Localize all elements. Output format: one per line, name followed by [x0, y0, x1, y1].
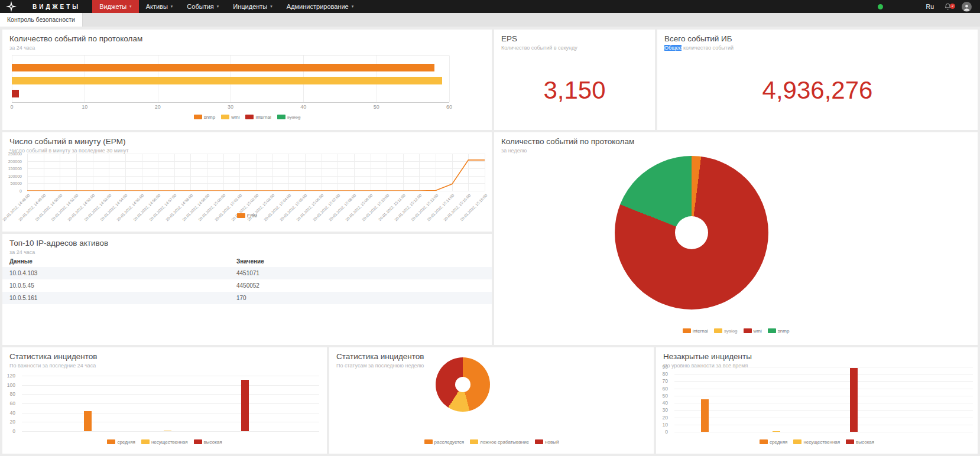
- bar-средняя[interactable]: [84, 411, 92, 431]
- donut-hole: [455, 377, 470, 392]
- plot-area: [22, 376, 319, 432]
- nav-item-label: Администрирование: [287, 3, 349, 10]
- chart-legend: internalsyslogwmisnmp: [494, 328, 978, 334]
- plot-area: [27, 154, 485, 191]
- tab-security-control[interactable]: Контроль безопасности: [0, 13, 83, 27]
- x-axis-labels: 0102030405060: [12, 104, 449, 111]
- widget-subtitle: Количество событий в секунду: [501, 45, 577, 51]
- language-switcher[interactable]: Ru: [926, 3, 934, 10]
- nav-item-administration[interactable]: Администрирование ▾: [280, 0, 361, 13]
- chevron-down-icon: ▾: [270, 4, 272, 9]
- bar-несущественная[interactable]: [773, 431, 780, 432]
- widget-incidents-status: Статистика инцидентов По статусам за пос…: [329, 347, 654, 454]
- widget-events-by-protocol-24h: Количество событий по протоколам за 24 ч…: [2, 30, 492, 130]
- nav-item-label: Виджеты: [99, 3, 126, 10]
- widget-title: EPS: [501, 34, 517, 43]
- y-axis-labels: 0102030405060708090: [656, 367, 671, 432]
- legend-item-ложное срабатывание[interactable]: ложное срабатывание: [470, 439, 529, 445]
- plot-area: [12, 55, 449, 103]
- legend-item-snmp[interactable]: snmp: [768, 328, 790, 334]
- bar-высокая[interactable]: [241, 380, 249, 431]
- plot-area: [674, 367, 973, 432]
- notifications-bell-icon[interactable]: 2: [944, 3, 952, 11]
- table-row[interactable]: 10.0.5.161170: [2, 292, 492, 304]
- app-logo-icon[interactable]: [5, 1, 17, 12]
- legend-item-средняя[interactable]: средняя: [760, 439, 787, 445]
- bar-internal[interactable]: [12, 90, 19, 97]
- main-nav: Виджеты ▾ Активы ▾ События ▾ Инциденты ▾…: [92, 0, 361, 13]
- nav-item-events[interactable]: События ▾: [180, 0, 226, 13]
- chevron-down-icon: ▾: [171, 4, 173, 9]
- nav-item-assets[interactable]: Активы ▾: [139, 0, 180, 13]
- widget-subtitle: По важности за последние 24 часа: [9, 363, 96, 369]
- eps-value: 3,150: [494, 76, 655, 105]
- x-axis-labels: 20.01.2022, 14:48:0020.01.2022, 14:49:00…: [27, 192, 485, 216]
- legend-item-internal[interactable]: internal: [683, 328, 708, 334]
- legend-item-wmi[interactable]: wmi: [221, 115, 239, 120]
- chart-legend: snmpwmiinternalsyslog: [2, 114, 492, 120]
- protocols-week-pie-chart: internalsyslogwmisnmp: [494, 132, 978, 345]
- chevron-down-icon: ▾: [352, 4, 354, 9]
- legend-item-расследуется[interactable]: расследуется: [424, 439, 465, 445]
- widget-title: Всего событий ИБ: [664, 34, 732, 43]
- chart-legend: расследуетсяложное срабатываниеновый: [329, 439, 654, 445]
- nav-item-incidents[interactable]: Инциденты ▾: [226, 0, 280, 13]
- legend-item-высокая[interactable]: высокая: [194, 439, 222, 445]
- widget-top-ip: Топ-10 IP-адресов активов за 24 часа Дан…: [2, 234, 492, 345]
- y-axis-labels: 050000100000150000200000250000: [2, 154, 25, 191]
- table-row[interactable]: 10.0.4.1034451071: [2, 267, 492, 279]
- widget-title: Количество событий по протоколам: [9, 34, 142, 43]
- bar-несущественная[interactable]: [164, 431, 171, 431]
- legend-item-несущественная[interactable]: несущественная: [141, 439, 188, 445]
- widget-events-by-protocol-week: Количество событий по протоколам за неде…: [494, 132, 978, 345]
- bar-snmp[interactable]: [12, 64, 434, 71]
- widget-incidents-severity: Статистика инцидентов По важности за пос…: [2, 347, 327, 454]
- dashboard: Количество событий по протоколам за 24 ч…: [0, 27, 980, 456]
- legend-item-wmi[interactable]: wmi: [744, 328, 762, 334]
- widget-title: Статистика инцидентов: [336, 352, 424, 361]
- legend-item-internal[interactable]: internal: [245, 115, 271, 120]
- tab-bar: Контроль безопасности: [0, 13, 980, 27]
- pie-chart[interactable]: [615, 156, 768, 310]
- widget-subtitle: за 24 часа: [9, 249, 35, 255]
- widget-open-incidents: Незакрытые инциденты По уровню важности …: [656, 347, 978, 454]
- screen: ВИДЖЕТЫ Виджеты ▾ Активы ▾ События ▾ Инц…: [0, 0, 980, 456]
- nav-item-label: События: [187, 3, 213, 10]
- nav-item-label: Активы: [146, 3, 168, 10]
- app-brand: ВИДЖЕТЫ: [33, 4, 80, 10]
- protocols-24h-bar-chart: 0102030405060snmpwmiinternalsyslog: [2, 30, 492, 130]
- widget-eps: EPS Количество событий в секунду 3,150: [494, 30, 655, 130]
- table-row[interactable]: 10.0.5.454450052: [2, 279, 492, 292]
- top-ip-table: ДанныеЗначение10.0.4.103445107110.0.5.45…: [2, 255, 492, 304]
- chart-legend: средняянесущественнаявысокая: [2, 439, 327, 445]
- bar-высокая[interactable]: [850, 368, 858, 432]
- legend-item-snmp[interactable]: snmp: [194, 115, 216, 120]
- chart-legend: EPM: [2, 213, 492, 219]
- pie-chart[interactable]: [436, 357, 490, 412]
- legend-item-средняя[interactable]: средняя: [107, 439, 135, 445]
- legend-item-новый[interactable]: новый: [535, 439, 559, 445]
- widget-subtitle-rest: количество событий: [682, 45, 734, 51]
- nav-item-widgets[interactable]: Виджеты ▾: [92, 0, 138, 13]
- legend-item-syslog[interactable]: syslog: [714, 328, 738, 334]
- legend-item-syslog[interactable]: syslog: [277, 115, 301, 120]
- widget-epm: Число событий в минуту (EPM) Число событ…: [2, 132, 492, 232]
- widget-subtitle: Число событий в минуту за последние 30 м…: [9, 148, 129, 154]
- widget-title: Количество событий по протоколам: [501, 137, 634, 146]
- notification-badge: 2: [950, 4, 955, 9]
- widget-title: Топ-10 IP-адресов активов: [9, 239, 108, 247]
- bar-wmi[interactable]: [12, 77, 442, 84]
- chart-legend: средняянесущественнаявысокая: [656, 439, 978, 445]
- selected-text: Общее: [664, 45, 682, 51]
- widget-total-events: Всего событий ИБ Общее количество событи…: [657, 30, 978, 130]
- legend-item-высокая[interactable]: высокая: [846, 439, 874, 445]
- table-header-row: ДанныеЗначение: [2, 255, 492, 267]
- legend-item-EPM[interactable]: EPM: [237, 213, 257, 219]
- widget-title: Статистика инцидентов: [9, 352, 97, 361]
- widget-subtitle: По статусам за последнюю неделю: [336, 363, 424, 369]
- legend-item-несущественная[interactable]: несущественная: [793, 439, 840, 445]
- bar-средняя[interactable]: [701, 399, 709, 432]
- widget-subtitle: Общее количество событий: [664, 45, 734, 51]
- widget-subtitle: По уровню важности за всё время: [663, 363, 748, 369]
- user-avatar[interactable]: [962, 2, 972, 12]
